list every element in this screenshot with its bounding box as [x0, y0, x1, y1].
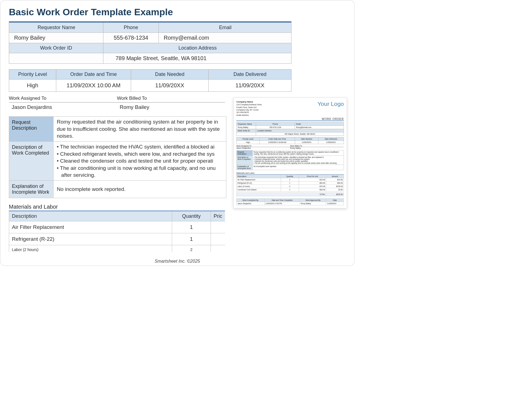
request-desc-text: Romy requested that the air conditioning… — [53, 117, 226, 142]
value-email: Romy@email.com — [159, 33, 291, 43]
requestor-table: Requestor Name Phone Email Romy Bailey 5… — [9, 22, 291, 64]
value-requestor: Romy Bailey — [9, 33, 103, 43]
billed-to-value: Romy Bailey — [117, 104, 225, 110]
mat-row-cut-price — [211, 245, 225, 252]
mat-header-qty: Quantity — [172, 211, 211, 221]
value-work-order-id — [9, 53, 103, 64]
header-order-date: Order Date and Time — [56, 70, 131, 80]
mat-header-desc: Description — [9, 211, 172, 221]
bullet-item: Cleaned the condenser coils and tested t… — [57, 157, 223, 165]
mat-row-desc: Refrigerant (R-22) — [9, 233, 172, 245]
work-completed-label: Description of Work Completed — [9, 141, 53, 180]
incomplete-text: No incomplete work reported. — [53, 181, 226, 198]
mat-row-desc: Air Filter Replacement — [9, 221, 172, 233]
mat-row-qty: 1 — [172, 233, 211, 245]
page-title: Basic Work Order Template Example — [9, 7, 346, 17]
footer-text: Smartsheet Inc. ©2025 — [1, 259, 354, 264]
header-date-delivered: Date Delivered — [209, 70, 291, 80]
header-priority: Priority Level — [9, 70, 56, 80]
mat-row-qty: 1 — [172, 221, 211, 233]
header-phone: Phone — [103, 23, 159, 33]
bullet-item: Checked refrigerant levels, which were l… — [57, 150, 223, 158]
header-work-order-id: Work Order ID — [9, 43, 103, 53]
bullet-item: The air conditioning unit is now working… — [57, 165, 223, 179]
document-thumbnail: Company Name 123 Company Address DriveFo… — [233, 98, 347, 208]
work-completed-text: The technician inspected the HVAC system… — [53, 141, 226, 180]
description-table: Request Description Romy requested that … — [9, 116, 226, 198]
materials-table: Description Quantity Pric Air Filter Rep… — [9, 211, 225, 252]
mat-row-price — [211, 221, 225, 233]
value-phone: 555-678-1234 — [103, 33, 159, 43]
materials-title: Materials and Labor — [9, 204, 225, 211]
incomplete-label: Explanation of Incomplete Work — [9, 181, 53, 198]
value-date-delivered: 11/09/20XX — [209, 80, 291, 92]
thumb-logo: Your Logo — [318, 101, 344, 116]
header-date-needed: Date Needed — [131, 70, 209, 80]
thumb-work-order-heading: WORK ORDER — [236, 117, 344, 121]
value-order-date: 11/09/20XX 10:00 AM — [56, 80, 131, 92]
request-desc-label: Request Description — [9, 117, 53, 142]
value-date-needed: 11/09/20XX — [131, 80, 209, 92]
schedule-table: Priority Level Order Date and Time Date … — [9, 69, 291, 92]
assigned-to-label: Work Assigned To — [9, 96, 117, 103]
assigned-to-value: Jason Desjardins — [9, 104, 117, 110]
bullet-item: The technician inspected the HVAC system… — [57, 143, 223, 150]
mat-row-price — [211, 233, 225, 245]
mat-row-cut-desc: Labor (2 hours) — [9, 245, 172, 252]
mat-row-cut-qty: 2 — [172, 245, 211, 252]
value-location: 789 Maple Street, Seattle, WA 98101 — [103, 53, 291, 64]
value-priority: High — [9, 80, 56, 92]
header-location: Location Address — [103, 43, 291, 53]
header-requestor: Requestor Name — [9, 23, 103, 33]
mat-header-price: Pric — [211, 211, 225, 221]
billed-to-label: Work Billed To — [117, 96, 225, 103]
header-email: Email — [159, 23, 291, 33]
assignment-row: Work Assigned To Jason Desjardins Work B… — [9, 96, 225, 110]
thumb-company-name: Company Name — [236, 101, 253, 103]
thumb-company-block: Company Name 123 Company Address DriveFo… — [236, 101, 262, 116]
